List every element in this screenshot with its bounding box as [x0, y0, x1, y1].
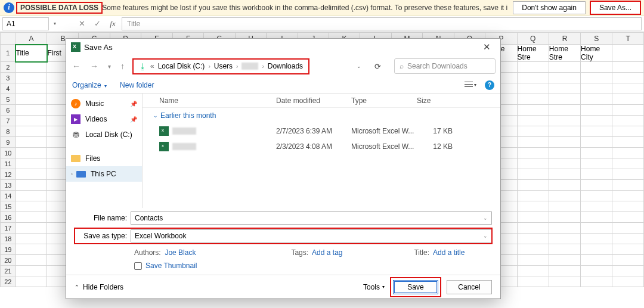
- cell[interactable]: [16, 105, 47, 116]
- save-thumbnail-label[interactable]: Save Thumbnail: [145, 262, 197, 270]
- cell[interactable]: [16, 158, 47, 169]
- cell[interactable]: [581, 62, 612, 73]
- cell[interactable]: [517, 223, 549, 234]
- cancel-formula-icon[interactable]: ✕: [75, 17, 88, 30]
- row-header[interactable]: 21: [1, 266, 16, 276]
- chevron-down-icon[interactable]: ⌄: [483, 215, 488, 221]
- row-header[interactable]: 5: [1, 94, 16, 105]
- tree-item[interactable]: ▶Videos📌: [66, 111, 142, 127]
- row-header[interactable]: 16: [1, 212, 16, 223]
- column-header[interactable]: Q: [517, 33, 549, 45]
- cell[interactable]: [612, 244, 644, 255]
- cell[interactable]: [581, 169, 612, 180]
- enter-formula-icon[interactable]: ✓: [91, 17, 104, 30]
- cell[interactable]: [517, 212, 549, 223]
- cell[interactable]: [16, 223, 47, 234]
- refresh-icon[interactable]: ⟳: [374, 62, 381, 71]
- cell[interactable]: [612, 201, 644, 212]
- crumb-disk[interactable]: Local Disk (C:): [158, 62, 205, 70]
- back-icon[interactable]: ←: [71, 60, 82, 72]
- cell[interactable]: [16, 212, 47, 223]
- cell[interactable]: [16, 62, 47, 73]
- address-dropdown-icon[interactable]: ⌄: [357, 63, 361, 69]
- cell[interactable]: [581, 94, 612, 105]
- tools-menu[interactable]: Tools▾: [363, 283, 385, 291]
- file-name-input[interactable]: Contacts⌄: [131, 211, 492, 225]
- file-row[interactable]: 2/3/2023 4:08 AMMicrosoft Excel W...12 K…: [143, 139, 500, 154]
- cell[interactable]: [517, 62, 549, 73]
- search-input[interactable]: ⌕ Search Downloads: [394, 58, 496, 74]
- cell[interactable]: [612, 148, 644, 158]
- cell[interactable]: [517, 201, 549, 212]
- cell[interactable]: [581, 255, 612, 266]
- forward-icon[interactable]: →: [89, 60, 100, 72]
- cell[interactable]: [549, 158, 580, 169]
- crumb-downloads[interactable]: Downloads: [268, 62, 303, 70]
- file-list-header[interactable]: Name Date modified Type Size: [143, 94, 500, 108]
- row-header[interactable]: 8: [1, 126, 16, 137]
- cell[interactable]: [517, 158, 549, 169]
- cell[interactable]: [612, 73, 644, 83]
- cell[interactable]: [517, 73, 549, 83]
- cell[interactable]: [581, 83, 612, 94]
- formula-input[interactable]: [122, 17, 642, 30]
- cancel-button[interactable]: Cancel: [447, 280, 492, 294]
- row-header[interactable]: 12: [1, 169, 16, 180]
- cell[interactable]: [549, 169, 580, 180]
- cell[interactable]: [581, 212, 612, 223]
- tree-item[interactable]: ♪Music📌: [66, 96, 142, 111]
- cell[interactable]: [16, 148, 47, 158]
- cell[interactable]: [517, 234, 549, 244]
- row-header[interactable]: 6: [1, 105, 16, 116]
- up-icon[interactable]: ↑: [119, 60, 126, 72]
- cell[interactable]: [16, 73, 47, 83]
- cell[interactable]: [581, 201, 612, 212]
- cell[interactable]: [549, 94, 580, 105]
- cell[interactable]: [549, 212, 580, 223]
- crumb-user-blurred[interactable]: [242, 63, 258, 70]
- file-list[interactable]: Name Date modified Type Size ⌄Earlier th…: [143, 94, 500, 208]
- cell[interactable]: [549, 266, 580, 276]
- pin-icon[interactable]: 📌: [130, 101, 137, 107]
- new-folder-button[interactable]: New folder: [120, 81, 154, 89]
- cell[interactable]: [581, 223, 612, 234]
- cell[interactable]: [612, 105, 644, 116]
- close-icon[interactable]: ✕: [478, 41, 496, 54]
- view-mode-button[interactable]: ▾: [465, 82, 476, 88]
- row-header[interactable]: 2: [1, 62, 16, 73]
- cell[interactable]: [612, 266, 644, 276]
- cell[interactable]: [612, 276, 644, 287]
- cell[interactable]: [581, 276, 612, 287]
- name-box-dropdown-icon[interactable]: ▾: [51, 21, 58, 26]
- file-row[interactable]: 2/7/2023 6:39 AMMicrosoft Excel W...17 K…: [143, 123, 500, 139]
- cell[interactable]: [16, 244, 47, 255]
- cell[interactable]: [16, 137, 47, 148]
- tree-item[interactable]: Files: [66, 151, 142, 166]
- cell[interactable]: [517, 116, 549, 126]
- cell[interactable]: [517, 255, 549, 266]
- cell[interactable]: [517, 191, 549, 201]
- fx-icon[interactable]: fx: [106, 17, 119, 30]
- cell[interactable]: [16, 276, 47, 287]
- breadcrumb[interactable]: ⭳ « Local Disk (C:) › Users › › Download…: [133, 59, 309, 74]
- cell[interactable]: [549, 276, 580, 287]
- cell[interactable]: [581, 116, 612, 126]
- cell[interactable]: [549, 105, 580, 116]
- pin-icon[interactable]: 📌: [130, 116, 137, 123]
- cell[interactable]: [581, 191, 612, 201]
- folder-tree[interactable]: ♪Music📌▶Videos📌⛃Local Disk (C:)Files›Thi…: [66, 94, 143, 208]
- cell[interactable]: Title: [16, 45, 47, 62]
- chevron-down-icon[interactable]: ⌄: [483, 233, 488, 239]
- save-thumbnail-checkbox[interactable]: [134, 262, 142, 270]
- cell[interactable]: [549, 116, 580, 126]
- row-header[interactable]: 13: [1, 180, 16, 191]
- tree-item[interactable]: ⛃Local Disk (C:): [66, 127, 142, 142]
- column-header[interactable]: S: [581, 33, 612, 45]
- row-header[interactable]: 20: [1, 255, 16, 266]
- cell[interactable]: [517, 94, 549, 105]
- cell[interactable]: [612, 62, 644, 73]
- row-header[interactable]: 14: [1, 191, 16, 201]
- cell[interactable]: [612, 255, 644, 266]
- cell[interactable]: [549, 126, 580, 137]
- cell[interactable]: [612, 169, 644, 180]
